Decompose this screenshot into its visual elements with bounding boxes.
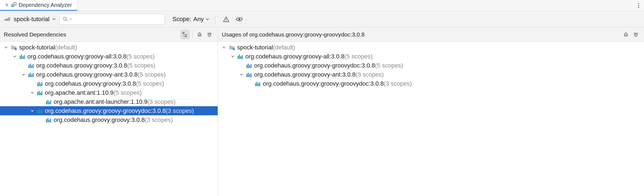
svg-rect-62 (233, 48, 235, 50)
svg-rect-71 (246, 74, 248, 77)
tree-row[interactable]: spock-tutorial (default) (218, 43, 644, 52)
tree-row-label: org.apache.ant:ant:1.10.9 (45, 89, 114, 96)
tree-row-suffix: (5 scopes) (375, 62, 403, 69)
svg-rect-49 (50, 100, 51, 104)
tab-bar: ✕ Dependency Analyzer (0, 0, 644, 11)
svg-point-8 (9, 18, 9, 19)
chevron-down-icon[interactable] (13, 55, 20, 58)
tree-row[interactable]: org.codehaus.groovy:groovy:3.0.8 (5 scop… (0, 79, 218, 88)
right-tree[interactable]: spock-tutorial (default)org.codehaus.gro… (218, 42, 644, 196)
svg-rect-29 (24, 55, 25, 59)
tree-row-suffix: (5 scopes) (136, 80, 164, 87)
tree-row-label: org.codehaus.groovy:groovy:3.0.8 (54, 116, 145, 124)
scope-selector[interactable]: Scope: Any (173, 16, 209, 23)
tree-row-suffix: (3 scopes) (356, 71, 384, 78)
tree-row-label: org.codehaus.groovy:groovy-groovydoc:3.0… (45, 107, 166, 114)
tree-row[interactable]: org.codehaus.groovy:groovy-ant:3.0.8 (5 … (0, 70, 218, 79)
expand-all-icon[interactable] (195, 30, 204, 39)
chevron-down-icon[interactable] (31, 91, 37, 94)
svg-line-10 (66, 20, 67, 21)
tree-row[interactable]: org.codehaus.groovy:groovy-all:3.0.8 (5 … (218, 52, 644, 61)
chevron-down-icon[interactable] (231, 55, 238, 58)
chevron-down-icon[interactable] (31, 110, 37, 112)
chevron-down-icon[interactable] (4, 46, 11, 49)
library-icon (246, 63, 252, 68)
tree-row[interactable]: org.codehaus.groovy:groovy-groovydoc:3.0… (0, 106, 218, 115)
tree-row-label: spock-tutorial (19, 44, 55, 51)
svg-rect-52 (40, 111, 41, 113)
svg-point-7 (638, 7, 639, 8)
tree-row-label: org.codehaus.groovy:groovy-ant:3.0.8 (254, 71, 356, 78)
svg-rect-20 (183, 36, 185, 37)
chevron-down-icon[interactable] (70, 18, 72, 20)
project-selector[interactable]: spock-tutorial (4, 16, 56, 23)
search-icon (63, 17, 68, 22)
usages-pane: Usages of org.codehaus.groovy:groovy-gro… (218, 27, 644, 196)
tree-row[interactable]: org.codehaus.groovy:groovy:3.0.8 (5 scop… (0, 61, 218, 70)
warning-icon[interactable] (222, 15, 231, 24)
svg-rect-42 (37, 92, 38, 95)
module-folder-icon (11, 45, 17, 50)
svg-rect-43 (39, 91, 40, 95)
tree-row[interactable]: org.codehaus.groovy:groovy:3.0.8 (3 scop… (0, 115, 218, 124)
svg-rect-19 (185, 36, 187, 37)
tree-row-suffix: (5 scopes) (138, 71, 166, 78)
close-icon[interactable]: ✕ (5, 2, 9, 8)
svg-rect-51 (39, 109, 40, 113)
library-icon (46, 117, 51, 122)
tree-row[interactable]: org.apache.ant:ant-launcher:1.10.9 (3 sc… (0, 97, 218, 106)
library-icon (238, 54, 243, 59)
svg-point-9 (63, 17, 66, 20)
tree-view-icon[interactable] (181, 30, 189, 39)
svg-rect-0 (11, 5, 12, 7)
left-tree[interactable]: spock-tutorial (default)org.codehaus.gro… (0, 42, 218, 196)
tab-dependency-analyzer[interactable]: ✕ Dependency Analyzer (0, 0, 77, 11)
library-icon (46, 99, 51, 104)
search-input[interactable] (74, 16, 161, 22)
svg-rect-50 (37, 110, 38, 113)
svg-rect-28 (22, 56, 24, 59)
show-usages-icon[interactable] (235, 15, 244, 24)
tree-row[interactable]: org.codehaus.groovy:groovy-groovydoc:3.0… (218, 79, 644, 88)
tree-row[interactable]: org.codehaus.groovy:groovy-groovydoc:3.0… (218, 61, 644, 70)
tree-row[interactable]: org.codehaus.groovy:groovy-all:3.0.8 (5 … (0, 52, 218, 61)
tree-row[interactable]: org.apache.ant:ant:1.10.9 (5 scopes) (0, 88, 218, 97)
svg-rect-65 (240, 56, 242, 59)
svg-rect-15 (182, 32, 185, 34)
svg-rect-27 (21, 55, 22, 59)
tree-row[interactable]: org.codehaus.groovy:groovy-ant:3.0.8 (3 … (218, 70, 644, 79)
svg-rect-78 (259, 82, 260, 86)
tree-row[interactable]: spock-tutorial (default) (0, 43, 218, 52)
scope-value: Any (193, 16, 204, 23)
svg-rect-31 (30, 64, 31, 68)
svg-rect-2 (13, 5, 14, 7)
svg-rect-75 (255, 83, 256, 86)
svg-rect-32 (31, 65, 32, 68)
more-icon[interactable] (633, 0, 644, 11)
search-box[interactable] (59, 14, 165, 25)
tree-row-suffix: (default) (55, 44, 77, 51)
tree-row-label: org.codehaus.groovy:groovy-ant:3.0.8 (36, 71, 138, 78)
svg-rect-26 (20, 56, 21, 59)
collapse-all-icon[interactable] (205, 30, 214, 39)
left-pane-header: Resolved Dependencies (0, 27, 218, 42)
svg-rect-72 (248, 73, 249, 77)
tree-row-label: org.apache.ant:ant-launcher:1.10.9 (54, 98, 147, 105)
library-icon (37, 90, 43, 95)
svg-rect-37 (33, 73, 34, 77)
tree-row-label: org.codehaus.groovy:groovy:3.0.8 (45, 80, 136, 87)
svg-rect-40 (40, 83, 41, 86)
analyzer-icon (11, 2, 16, 8)
toolbar: spock-tutorial Scope: Any (0, 11, 644, 27)
tree-row-suffix: (3 scopes) (166, 107, 194, 114)
chevron-down-icon[interactable] (222, 46, 229, 49)
chevron-down-icon[interactable] (240, 73, 246, 76)
chevron-down-icon[interactable] (22, 73, 28, 76)
collapse-all-icon[interactable] (631, 30, 640, 39)
expand-all-icon[interactable] (622, 30, 630, 39)
svg-point-13 (238, 18, 240, 20)
tree-row-suffix: (3 scopes) (147, 98, 176, 105)
split-panes: Resolved Dependencies (0, 27, 644, 196)
svg-rect-48 (49, 102, 50, 104)
svg-rect-57 (50, 119, 51, 122)
